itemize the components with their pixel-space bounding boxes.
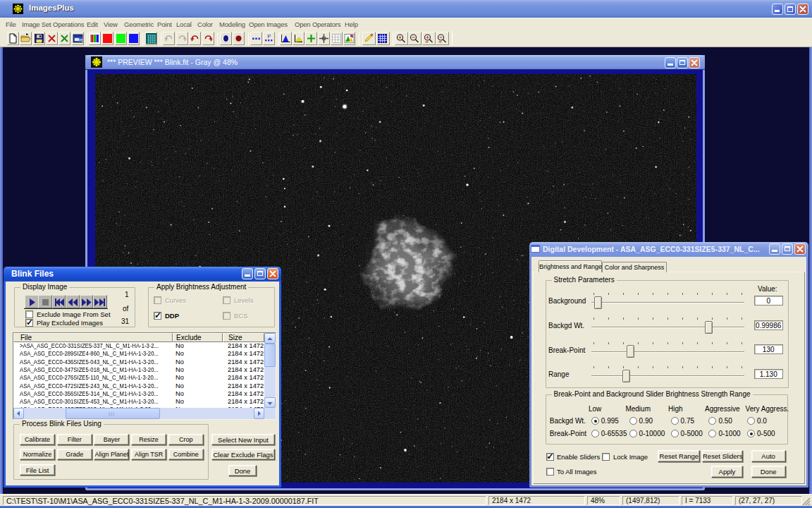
svg-text:HD: HD <box>79 38 83 42</box>
